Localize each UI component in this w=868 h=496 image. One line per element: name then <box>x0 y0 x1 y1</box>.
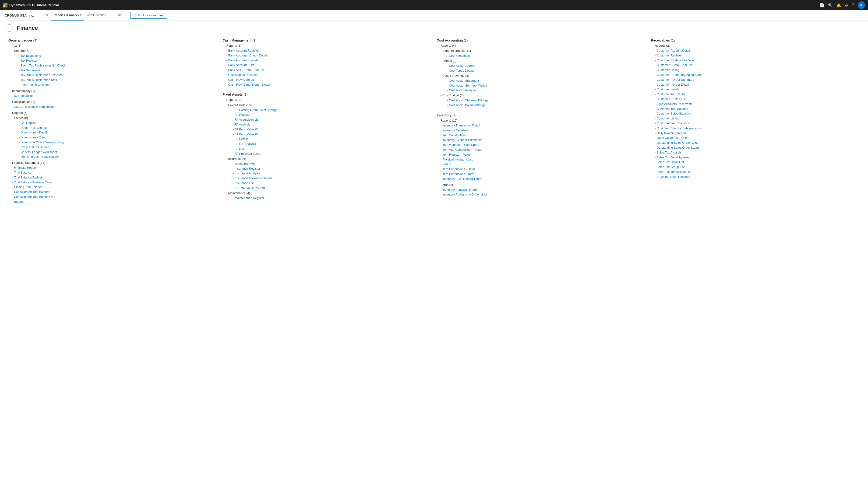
report-link[interactable]: - Item Age Composition - Value <box>441 148 645 152</box>
report-link[interactable]: - Sales Taxes Collected <box>19 82 217 88</box>
bell-icon[interactable]: 🔔 <box>837 3 841 7</box>
list-item[interactable]: - Invt. Valuation - Cost Spec. <box>437 142 645 148</box>
help-icon[interactable]: ? <box>852 3 854 7</box>
report-link[interactable]: - Cost Acctg. Statement/Budget <box>447 98 645 103</box>
list-item[interactable]: - Bank Account - List <box>223 63 431 68</box>
report-link[interactable]: - FA G/L Analysis <box>233 142 431 146</box>
list-item[interactable]: - Daily Invoicing Report <box>651 131 860 136</box>
list-item[interactable]: - Sales Tax Detail List <box>651 160 860 165</box>
list-item[interactable]: - Batch Tax Registration No. Check <box>12 63 217 68</box>
list-item[interactable]: - Uninsured FAs <box>226 161 431 166</box>
gear-icon[interactable]: ⚙ <box>845 3 848 7</box>
report-link[interactable]: - Sales Tax Jurisdiction List <box>655 170 860 174</box>
report-link[interactable]: - Sales Tax Area List <box>655 150 860 155</box>
list-item[interactable]: - Trial Balance <box>9 170 217 175</box>
report-link[interactable]: - Status <box>441 162 645 167</box>
nav-find[interactable]: Find <box>113 10 124 20</box>
report-link[interactable]: - Closing Trial Balance <box>12 185 217 190</box>
list-item[interactable]: - G/L Consolidation Eliminations <box>9 105 217 109</box>
list-item[interactable]: - Dimensions - Total <box>12 135 217 140</box>
report-link[interactable]: - Customer - Balance to Date <box>655 58 860 63</box>
list-item[interactable]: - FA Register <box>226 112 431 117</box>
report-link[interactable]: - Item Substitutions <box>441 133 645 138</box>
report-link[interactable]: - Customer - Order Summary <box>655 77 860 82</box>
list-item[interactable]: - FA G/L Analysis <box>226 142 431 146</box>
report-link[interactable]: - IC Transaction <box>12 94 217 98</box>
report-link[interactable]: - Dimensions - Total <box>19 135 217 140</box>
list-item[interactable]: - Trial Balance/Previous Year <box>9 180 217 185</box>
list-item[interactable]: - FA Details <box>226 137 431 142</box>
report-link[interactable]: - Item Charges - Specification <box>19 154 217 159</box>
list-item[interactable]: - Detail Trial Balance <box>12 125 217 130</box>
list-item[interactable]: - Customer - Balance to Date <box>651 58 860 63</box>
report-link[interactable]: - Trial Balance/Budget <box>12 175 217 180</box>
report-link[interactable]: - Item Register - Value <box>441 152 645 157</box>
report-link[interactable]: - Bank Account - Check Details <box>226 53 431 58</box>
list-item[interactable]: - Sales Tax Jurisdiction List <box>651 170 860 174</box>
report-link[interactable]: - Sales Tax Group List <box>655 165 860 170</box>
list-item[interactable]: - Sales Tax Group List <box>651 165 860 170</box>
document-icon[interactable]: 📄 <box>820 3 824 7</box>
list-item[interactable]: - Sales Taxes Collected <box>12 82 217 88</box>
list-item[interactable]: - Tax- VIES Declaration Disk... <box>12 78 217 82</box>
list-item[interactable]: - Customer Sales Statistics <box>651 111 860 116</box>
report-link[interactable]: - Receivables-Payables <box>226 73 431 77</box>
report-link[interactable]: - Customer Labels <box>655 87 860 92</box>
list-item[interactable]: - Insurance Coverage Details <box>226 176 431 181</box>
report-link[interactable]: - Customer Listing <box>655 116 860 121</box>
list-item[interactable]: - Insurance Analysis <box>226 171 431 176</box>
report-link[interactable]: - Physical Inventory List <box>441 157 645 162</box>
list-item[interactable]: - Bank Acc. - Detail Trial Bal. <box>223 68 431 73</box>
report-link[interactable]: - Outstanding Sales Order Aging <box>655 140 860 145</box>
report-link[interactable]: - Detail Trial Balance <box>19 125 217 130</box>
list-item[interactable]: - Dimension Check Value Posting <box>12 140 217 145</box>
list-item[interactable]: - Customer Listing <box>651 68 860 73</box>
report-link[interactable]: - Batch Tax Registration No. Check <box>19 63 217 68</box>
list-item[interactable]: - Inventory Reorders <box>437 128 645 133</box>
report-link[interactable]: - Maintenance Register <box>233 196 431 201</box>
list-item[interactable]: - FA Projected Value <box>226 151 431 156</box>
report-link[interactable]: - Customer Account Detail <box>655 48 860 53</box>
list-item[interactable]: - Customer Top 10 List <box>651 92 860 97</box>
list-item[interactable]: - Open Customer Entries <box>651 136 860 140</box>
report-link[interactable]: - Inventory - G/L Reconciliation <box>441 176 645 182</box>
report-link[interactable]: - G/L Register <box>19 121 217 125</box>
report-link[interactable]: - Financial Report <box>12 166 217 170</box>
list-item[interactable]: - Customer Listing <box>651 116 860 121</box>
list-item[interactable]: - Bank Account - Labels <box>223 58 431 63</box>
list-item[interactable]: - FA Posting Group - Net Change <box>226 108 431 113</box>
report-link[interactable]: - FA List <box>233 146 431 151</box>
report-link[interactable]: - Tax- VIES Declaration Disk... <box>19 78 217 82</box>
report-link[interactable]: - Inventory Analysis Reports <box>441 188 645 192</box>
list-item[interactable]: - Cost Acctg. Statement/Budget <box>441 98 645 103</box>
report-link[interactable]: - Cost Acctg. Analysis <box>447 88 645 93</box>
list-item[interactable]: - FA Acquisition List <box>226 117 431 122</box>
report-link[interactable]: - Insurance Coverage Details <box>233 176 431 181</box>
user-avatar[interactable]: K <box>858 1 865 9</box>
report-link[interactable]: - Bank Account - Labels <box>226 58 431 63</box>
list-item[interactable]: - Cost Acctg. Balance/Budget <box>441 103 645 108</box>
list-item[interactable]: - G/L Register <box>12 121 217 125</box>
list-item[interactable]: - Tax Register <box>12 58 217 63</box>
list-item[interactable]: - Outstanding Sales Order Aging <box>651 140 860 145</box>
list-item[interactable]: - Receivables-Payables <box>223 73 431 77</box>
list-item[interactable]: - IC Transaction <box>9 94 217 98</box>
back-button[interactable]: ← <box>5 24 13 32</box>
list-item[interactable]: - Insurance List <box>226 181 431 186</box>
report-link[interactable]: - Consolidated Trial Balance (4) <box>12 195 217 200</box>
report-link[interactable]: - Bank Account - List <box>226 63 431 68</box>
report-link[interactable]: - Cross Ref. by Source <box>19 145 217 150</box>
report-link[interactable]: - Inventory Transaction Detail <box>441 123 645 128</box>
list-item[interactable]: - Sales Tax Area List <box>651 150 860 155</box>
list-item[interactable]: - Status <box>437 162 645 167</box>
report-link[interactable]: - Daily Invoicing Report <box>655 131 860 136</box>
report-link[interactable]: - Insurance List <box>233 181 431 186</box>
list-item[interactable]: - Item Dimensions - Detail <box>437 167 645 172</box>
list-item[interactable]: - Customer Register <box>651 53 860 58</box>
list-item[interactable]: - Inventory Analysis Reports <box>437 188 645 192</box>
report-link[interactable]: - Insurance Analysis <box>233 171 431 176</box>
report-link[interactable]: - Item Dimensions - Detail <box>441 167 645 172</box>
report-link[interactable]: - Aged Accounts Receivable <box>655 102 860 107</box>
more-button[interactable]: ... <box>168 12 176 19</box>
list-item[interactable]: - Customer - Detail Trial Bal. <box>651 63 860 68</box>
